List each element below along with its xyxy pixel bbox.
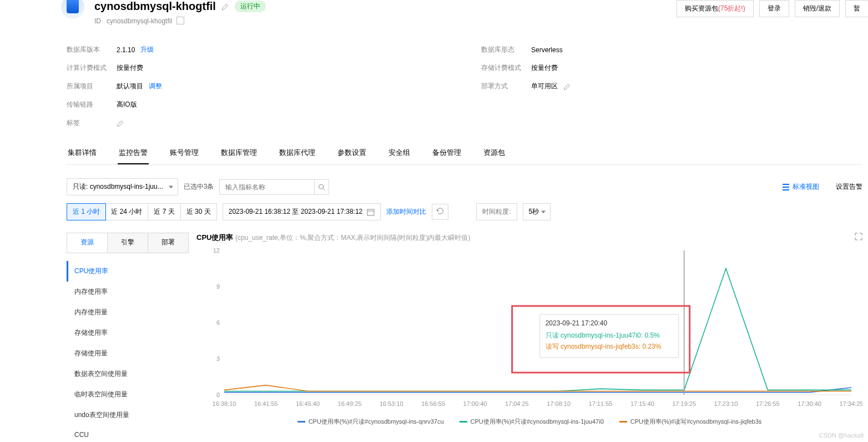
metric-item[interactable]: CCU — [67, 425, 189, 442]
destroy-button[interactable]: 销毁/退款 — [795, 0, 840, 17]
metric-list: CPU使用率内存使用率内存使用量存储使用率存储使用量数据表空间使用量临时表空间使… — [67, 261, 189, 442]
metric-item[interactable]: 数据表空间使用量 — [67, 364, 189, 384]
fullscreen-button[interactable] — [855, 233, 862, 242]
cpu-usage-chart[interactable]: 03691216:38:1016:41:5516:45:4016:49:2516… — [196, 245, 862, 411]
datetime-range-picker[interactable]: 2023-09-21 16:38:12 至 2023-09-21 17:38:1… — [223, 203, 381, 220]
time-range-option[interactable]: 近 30 天 — [181, 204, 216, 220]
selected-count: 已选中3条 — [184, 182, 214, 192]
svg-text:17:00:40: 17:00:40 — [463, 400, 487, 407]
time-range-option[interactable]: 近 7 天 — [148, 204, 180, 220]
edit-icon[interactable] — [563, 83, 571, 91]
legend-item[interactable]: CPU使用率(%)#只读#cynosdbmysql-ins-1juu47i0 — [460, 418, 604, 426]
info-label: 数据库形态 — [481, 45, 531, 54]
svg-text:17:15:40: 17:15:40 — [630, 400, 654, 407]
search-button[interactable] — [314, 180, 329, 194]
edit-icon[interactable] — [117, 119, 124, 127]
svg-text:6: 6 — [216, 319, 220, 326]
info-row: 计算计费模式 按量付费 — [67, 59, 448, 77]
login-button[interactable]: 登录 — [759, 0, 789, 17]
tab-资源包[interactable]: 资源包 — [482, 142, 506, 164]
svg-text:只读 cynosdbmysql-ins-1juu47i0: : 只读 cynosdbmysql-ins-1juu47i0: 0.5% — [546, 332, 660, 339]
set-alarm-link[interactable]: 设置告警 — [836, 182, 862, 192]
edit-title-icon[interactable] — [221, 3, 229, 11]
svg-text:17:11:55: 17:11:55 — [589, 400, 613, 407]
legend-swatch — [297, 421, 305, 423]
calendar-icon — [367, 208, 375, 216]
info-value: 按量付费 — [531, 63, 558, 73]
metric-tab-资源[interactable]: 资源 — [67, 233, 108, 253]
legend-swatch — [619, 421, 627, 423]
tab-备份管理[interactable]: 备份管理 — [431, 142, 462, 164]
granularity-label: 时间粒度: — [476, 203, 517, 220]
metric-item[interactable]: CPU使用率 — [67, 261, 189, 282]
tab-账号管理[interactable]: 账号管理 — [169, 142, 200, 164]
svg-text:17:30:40: 17:30:40 — [798, 400, 821, 407]
svg-point-0 — [319, 184, 324, 189]
add-time-compare-link[interactable]: 添加时间对比 — [386, 207, 426, 217]
metric-item[interactable]: 临时表空间使用量 — [67, 384, 189, 405]
legend-swatch — [460, 421, 467, 423]
info-link[interactable]: 调整 — [149, 82, 162, 91]
info-link[interactable]: 升级 — [140, 45, 154, 54]
metric-item[interactable]: undo表空间使用量 — [67, 405, 189, 425]
svg-text:0: 0 — [216, 391, 220, 398]
svg-text:16:38:10: 16:38:10 — [213, 400, 236, 407]
svg-text:16:53:10: 16:53:10 — [380, 400, 403, 407]
time-range-option[interactable]: 近 24 小时 — [105, 204, 148, 220]
info-label: 传输链路 — [67, 100, 117, 109]
metric-tab-引擎[interactable]: 引擎 — [108, 233, 148, 253]
svg-text:17:04:25: 17:04:25 — [505, 400, 529, 407]
svg-line-1 — [323, 188, 325, 190]
svg-text:17:23:10: 17:23:10 — [714, 400, 738, 407]
tab-数据库代理[interactable]: 数据库代理 — [278, 142, 316, 164]
legend-item[interactable]: CPU使用率(%)#读写#cynosdbmysql-ins-jiqfeb3s — [619, 418, 762, 426]
refresh-button[interactable] — [432, 204, 448, 220]
buy-resource-label: 购买资源包 — [685, 4, 718, 12]
standard-view-label: 标准视图 — [793, 182, 819, 192]
instance-select[interactable]: 只读: cynosdbmysql-ins-1juu... — [67, 178, 178, 195]
granularity-select[interactable]: 5秒 — [523, 203, 551, 220]
buy-resource-button[interactable]: 购买资源包(75折起!) — [677, 0, 754, 17]
metric-category-tabs: 资源引擎部署 — [67, 233, 189, 253]
metric-search-input[interactable] — [220, 180, 314, 194]
buy-promo-label: (75折起!) — [718, 4, 745, 12]
tab-数据库管理[interactable]: 数据库管理 — [220, 142, 258, 164]
legend-item[interactable]: CPU使用率(%)#只读#cynosdbmysql-ins-qnrv37cu — [297, 418, 444, 426]
tab-参数设置[interactable]: 参数设置 — [336, 142, 367, 164]
tab-监控告警[interactable]: 监控告警 — [118, 142, 149, 164]
info-value: 高IO版 — [117, 100, 137, 109]
svg-text:17:08:10: 17:08:10 — [547, 400, 571, 407]
info-label: 数据库版本 — [67, 45, 117, 54]
cluster-logo — [61, 0, 84, 19]
svg-text:17:26:55: 17:26:55 — [756, 400, 780, 407]
info-value: Serverless — [531, 46, 563, 54]
copy-id-icon[interactable] — [178, 18, 184, 24]
info-row: 部署方式 单可用区 — [481, 77, 862, 96]
metric-tab-部署[interactable]: 部署 — [148, 233, 188, 253]
svg-text:9: 9 — [216, 283, 220, 290]
svg-rect-2 — [367, 209, 374, 215]
svg-text:17:34:25: 17:34:25 — [840, 400, 862, 407]
svg-text:读写 cynosdbmysql-ins-jiqfeb3s: : 读写 cynosdbmysql-ins-jiqfeb3s: 0.23% — [546, 343, 662, 350]
time-range-segment: 近 1 小时近 24 小时近 7 天近 30 天 — [67, 203, 217, 220]
info-row: 标签 — [67, 114, 448, 132]
tab-安全组[interactable]: 安全组 — [387, 142, 411, 164]
search-icon — [318, 183, 325, 191]
standard-view-link[interactable]: 标准视图 — [782, 182, 819, 192]
list-icon — [782, 183, 790, 191]
chart-desc: (cpu_use_rate,单位：%,聚合方式：MAX,表示时间间隔(时间粒度)… — [235, 234, 470, 242]
metric-item[interactable]: 存储使用率 — [67, 323, 189, 343]
info-value: 默认项目 调整 — [117, 82, 162, 91]
metric-item[interactable]: 内存使用量 — [67, 302, 189, 323]
info-row: 数据库形态 Serverless — [481, 41, 862, 59]
info-label: 存储计费模式 — [481, 63, 531, 73]
tab-集群详情[interactable]: 集群详情 — [67, 142, 98, 164]
metric-item[interactable]: 存储使用量 — [67, 343, 189, 364]
time-range-option[interactable]: 近 1 小时 — [67, 203, 106, 220]
svg-text:17:19:25: 17:19:25 — [672, 400, 696, 407]
pause-button[interactable]: 暂 — [845, 0, 868, 17]
datetime-range-label: 2023-09-21 16:38:12 至 2023-09-21 17:38:1… — [229, 207, 363, 217]
svg-text:2023-09-21 17:20:40: 2023-09-21 17:20:40 — [546, 319, 608, 327]
info-label: 标签 — [67, 118, 117, 128]
metric-item[interactable]: 内存使用率 — [67, 282, 189, 302]
